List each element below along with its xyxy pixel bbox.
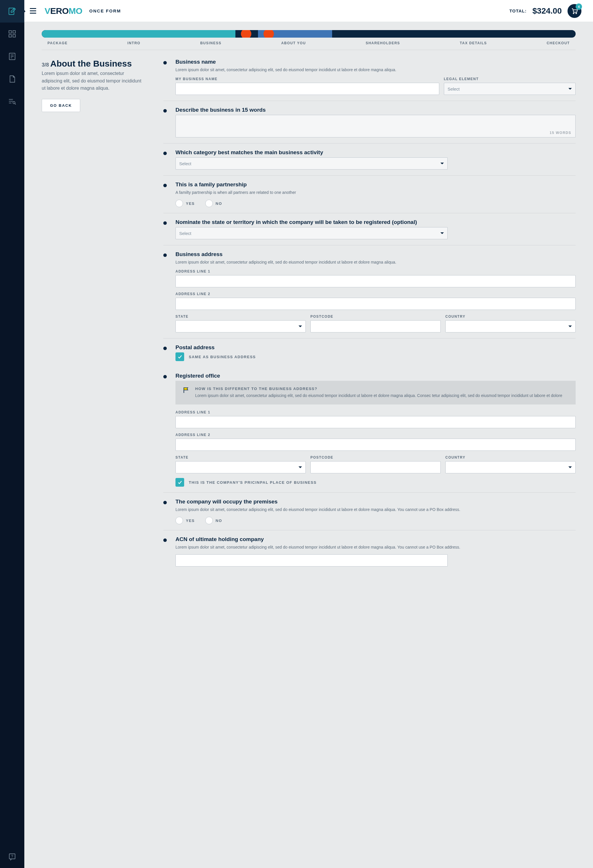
sidebar-item-dashboard[interactable] xyxy=(0,22,24,45)
section-bullet xyxy=(163,184,167,187)
section-bullet xyxy=(163,109,167,112)
page-description: Lorem ipsum dolor sit amet, consectetur … xyxy=(42,70,146,92)
biz-state-select[interactable] xyxy=(176,320,306,332)
section-title-acn: ACN of ultimate holding company xyxy=(176,536,576,542)
svg-rect-2 xyxy=(13,31,16,33)
edit-icon xyxy=(8,7,16,16)
field-label: ADDRESS LINE 2 xyxy=(176,292,576,296)
check-icon xyxy=(177,354,182,359)
step-checkout[interactable]: CHECKOUT xyxy=(547,41,570,45)
menu-button[interactable] xyxy=(27,5,39,17)
section-bullet xyxy=(163,539,167,542)
sidebar-item-search[interactable] xyxy=(0,90,24,113)
biz-postcode-input[interactable] xyxy=(311,320,441,332)
section-bullet xyxy=(163,254,167,257)
legal-element-select[interactable]: Select xyxy=(444,83,576,95)
help-icon: ? xyxy=(8,852,16,861)
occupy-no-radio[interactable]: NO xyxy=(205,517,222,524)
page-context: ONCE FORM xyxy=(89,8,121,13)
step-shareholders[interactable]: SHAREHOLDERS xyxy=(366,41,400,45)
reg-postcode-input[interactable] xyxy=(311,461,441,473)
same-address-checkbox[interactable] xyxy=(176,353,184,361)
file-icon xyxy=(8,75,16,83)
biz-addr-line2-input[interactable] xyxy=(176,298,576,310)
info-text: Lorem ipsum dolor sit amet, consectetur … xyxy=(195,393,562,399)
family-no-radio[interactable]: NO xyxy=(205,200,222,207)
document-list-icon xyxy=(8,52,16,61)
step-business[interactable]: BUSINESS xyxy=(200,41,221,45)
page-title: About the Business xyxy=(50,59,132,68)
go-back-button[interactable]: GO BACK xyxy=(42,99,80,112)
sidebar-item-help[interactable]: ? xyxy=(0,846,24,868)
reg-state-select[interactable] xyxy=(176,461,306,473)
reg-country-select[interactable] xyxy=(445,461,576,473)
svg-rect-3 xyxy=(9,35,12,37)
step-nav: PACKAGE INTRO BUSINESS ABOUT YOU SHAREHO… xyxy=(42,41,576,50)
sidebar-item-files[interactable] xyxy=(0,68,24,90)
field-label: ADDRESS LINE 1 xyxy=(176,269,576,273)
biz-addr-line1-input[interactable] xyxy=(176,275,576,287)
chevron-down-icon xyxy=(568,466,572,470)
biz-country-select[interactable] xyxy=(445,320,576,332)
svg-point-17 xyxy=(576,13,577,13)
sidebar-item-form[interactable] xyxy=(0,0,24,22)
word-count: 15 WORDS xyxy=(550,131,571,135)
chevron-down-icon xyxy=(441,232,444,236)
info-title: HOW IS THIS DIFFERENT TO THE BUSINESS AD… xyxy=(195,387,562,391)
total-label: TOTAL: xyxy=(509,8,527,13)
svg-point-16 xyxy=(573,13,574,13)
chevron-down-icon xyxy=(441,162,444,166)
chevron-down-icon xyxy=(568,88,572,92)
business-name-input[interactable] xyxy=(176,83,439,95)
step-counter: 3/8 xyxy=(42,62,49,68)
step-package[interactable]: PACKAGE xyxy=(47,41,68,45)
section-desc: Lorem ipsum dolor sit amet, consectetur … xyxy=(176,544,576,550)
section-title-postal: Postal address xyxy=(176,344,576,351)
section-bullet xyxy=(163,501,167,504)
cart-button[interactable]: 4 xyxy=(568,4,581,18)
describe-textarea[interactable]: 15 WORDS xyxy=(176,115,576,137)
section-title-business-address: Business address xyxy=(176,251,576,257)
total-amount: $324.00 xyxy=(532,6,562,16)
reg-addr-line1-input[interactable] xyxy=(176,416,576,428)
chevron-down-icon xyxy=(568,325,572,329)
section-title-family: This is a family partnership xyxy=(176,182,576,188)
step-tax[interactable]: TAX DETAILS xyxy=(460,41,487,45)
section-desc: Lorem ipsum dolor sit amet, consectetur … xyxy=(176,67,576,73)
progress-marker xyxy=(263,30,274,38)
svg-rect-1 xyxy=(9,31,12,33)
section-desc: A familty partnership is when all partne… xyxy=(176,189,576,196)
chevron-down-icon xyxy=(299,325,302,329)
section-title-registered: Registered office xyxy=(176,373,576,379)
field-label: ADDRESS LINE 2 xyxy=(176,433,576,437)
section-title-nominate-state: Nominate the state or territory in which… xyxy=(176,219,576,225)
principal-place-checkbox[interactable] xyxy=(176,478,184,487)
step-about-you[interactable]: ABOUT YOU xyxy=(281,41,306,45)
step-intro[interactable]: INTRO xyxy=(127,41,140,45)
progress-bar xyxy=(42,30,576,38)
acn-input[interactable] xyxy=(176,554,448,567)
cart-badge: 4 xyxy=(576,3,582,10)
section-title-business-name: Business name xyxy=(176,59,576,65)
field-label: COUNTRY xyxy=(445,314,576,319)
nominate-state-select[interactable]: Select xyxy=(176,227,448,239)
grid-icon xyxy=(8,30,16,38)
section-bullet xyxy=(163,347,167,350)
section-desc: Lorem ipsum dolor sit amet, consectetur … xyxy=(176,259,576,265)
sidebar: ? xyxy=(0,0,24,868)
sidebar-item-documents[interactable] xyxy=(0,45,24,68)
svg-rect-4 xyxy=(13,35,16,37)
reg-addr-line2-input[interactable] xyxy=(176,438,576,451)
field-label: POSTCODE xyxy=(311,314,441,319)
section-title-occupy: The company will occupy the premises xyxy=(176,499,576,505)
field-label: ADDRESS LINE 1 xyxy=(176,410,576,414)
occupy-yes-radio[interactable]: YES xyxy=(176,517,195,524)
chevron-down-icon xyxy=(299,466,302,470)
family-yes-radio[interactable]: YES xyxy=(176,200,195,207)
category-select[interactable]: Select xyxy=(176,157,448,170)
check-icon xyxy=(177,480,182,485)
search-list-icon xyxy=(8,97,16,106)
field-label: POSTCODE xyxy=(311,455,441,459)
section-bullet xyxy=(163,221,167,225)
info-box: HOW IS THIS DIFFERENT TO THE BUSINESS AD… xyxy=(176,381,576,404)
